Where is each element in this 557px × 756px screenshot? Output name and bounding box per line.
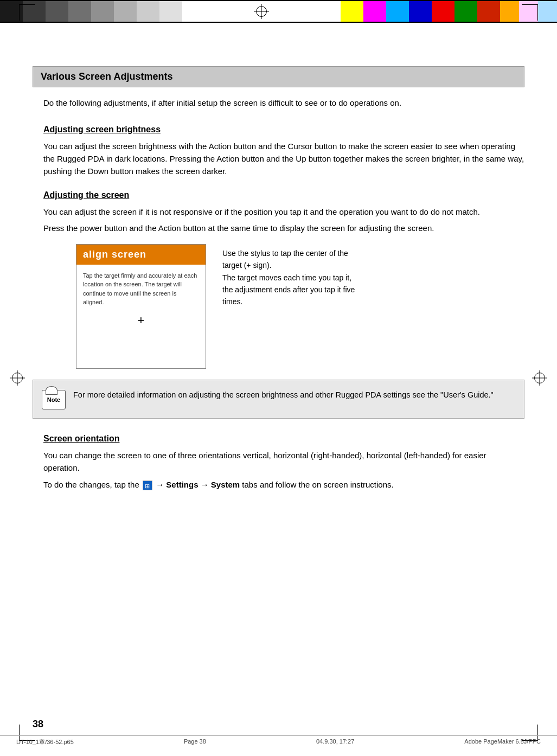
color-block-pink <box>519 1 538 22</box>
color-block <box>46 1 68 22</box>
align-screen-box: align screen Tap the target firmly and a… <box>76 244 206 369</box>
orientation-text2-prefix: To do the changes, tap the <box>43 480 142 489</box>
color-block-darkred <box>477 1 500 22</box>
main-content: Various Screen Adjustments Do the follow… <box>0 23 557 537</box>
subsection-text-brightness: You can adjust the screen brightness wit… <box>33 140 524 178</box>
subsection-heading-screen: Adjusting the screen <box>33 190 524 200</box>
color-block <box>23 1 46 22</box>
color-block-magenta <box>363 1 386 22</box>
screen-demo-container: align screen Tap the target firmly and a… <box>76 244 514 369</box>
screen-orientation-section: Screen orientation You can change the sc… <box>33 434 524 491</box>
section-title: Various Screen Adjustments <box>33 66 524 87</box>
footer-page: Page 38 <box>184 738 206 746</box>
footer-date: 04.9.30, 17:27 <box>316 738 354 746</box>
windows-icon: ⊞ <box>143 480 152 490</box>
note-text: For more detailed information on adjusti… <box>73 389 494 401</box>
orientation-text2: To do the changes, tap the ⊞ → Settings … <box>33 478 524 491</box>
align-instruction-text: Use the stylus to tap the center of the … <box>222 249 355 306</box>
color-block <box>137 1 159 22</box>
footer-bar: DT-10_1章/36-52.p65 Page 38 04.9.30, 17:2… <box>0 735 557 746</box>
color-block <box>114 1 137 22</box>
note-icon-label: Note <box>47 396 60 403</box>
align-screen-title: align screen <box>76 245 206 265</box>
color-block <box>159 1 182 22</box>
settings-system-label: → Settings → System <box>156 480 240 489</box>
note-icon: Note <box>42 390 66 409</box>
color-block <box>91 1 114 22</box>
color-block <box>68 1 91 22</box>
color-block-green <box>454 1 477 22</box>
align-screen-body-text: Tap the target firmly and accurately at … <box>83 271 199 307</box>
footer-filename: DT-10_1章/36-52.p65 <box>16 738 74 746</box>
intro-text: Do the following adjustments, if after i… <box>33 97 524 110</box>
color-block-lightblue <box>538 1 557 22</box>
color-block-orange <box>500 1 519 22</box>
color-block-cyan <box>386 1 409 22</box>
align-instruction: Use the stylus to tap the center of the … <box>222 244 363 308</box>
footer-app: Adobe PageMaker 6.5J/PPC <box>464 738 541 746</box>
orientation-text1: You can change the screen to one of thre… <box>33 449 524 475</box>
center-reg-mark <box>182 1 341 22</box>
crosshair-symbol: + <box>83 311 199 329</box>
subsection-text-screen2: Press the power button and the Action bu… <box>33 222 524 234</box>
align-screen-body: Tap the target firmly and accurately at … <box>76 265 206 336</box>
subsection-heading-brightness: Adjusting screen brightness <box>33 125 524 134</box>
subsection-text-screen1: You can adjust the screen if it is not r… <box>33 206 524 218</box>
orientation-text2-suffix: tabs and follow the on screen instructio… <box>242 480 393 489</box>
color-block-yellow <box>341 1 363 22</box>
color-block-blue <box>409 1 432 22</box>
subsection-heading-orientation: Screen orientation <box>33 434 524 444</box>
page-number: 38 <box>33 719 43 730</box>
top-color-bar <box>0 0 557 23</box>
note-box: Note For more detailed information on ad… <box>33 380 524 419</box>
color-block-red <box>432 1 454 22</box>
color-block <box>0 1 23 22</box>
